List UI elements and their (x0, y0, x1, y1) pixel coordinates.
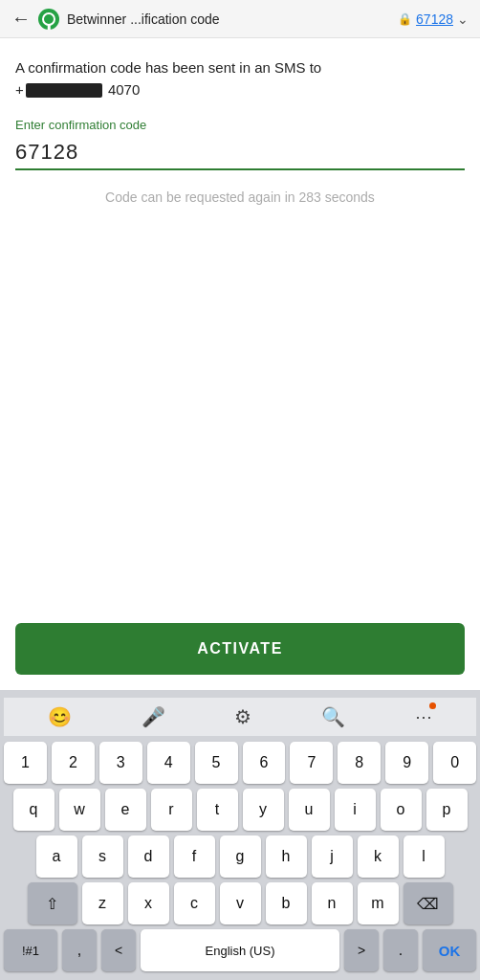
gt-key[interactable]: > (344, 929, 379, 971)
lt-key[interactable]: < (101, 929, 136, 971)
key-o[interactable]: o (381, 789, 422, 831)
key-1[interactable]: 1 (4, 742, 47, 784)
sms-info-text: A confirmation code has been sent in an … (15, 57, 465, 100)
key-b[interactable]: b (266, 882, 307, 924)
key-h[interactable]: h (266, 835, 307, 878)
phone-redacted (26, 83, 102, 98)
period-key[interactable]: . (383, 929, 418, 971)
key-4[interactable]: 4 (147, 742, 190, 784)
key-5[interactable]: 5 (195, 742, 238, 784)
key-t[interactable]: t (197, 789, 238, 831)
lock-icon: 🔒 (398, 12, 412, 26)
key-v[interactable]: v (220, 882, 261, 924)
key-9[interactable]: 9 (385, 742, 428, 784)
key-p[interactable]: p (426, 789, 468, 831)
key-d[interactable]: d (128, 835, 169, 878)
key-j[interactable]: j (312, 835, 353, 878)
key-7[interactable]: 7 (290, 742, 333, 784)
key-x[interactable]: x (128, 882, 169, 924)
key-6[interactable]: 6 (243, 742, 286, 784)
shift-key[interactable]: ⇧ (28, 882, 77, 924)
site-title-suffix: ...ification code (126, 11, 219, 27)
address-url[interactable]: 67128 (416, 11, 453, 27)
search-key[interactable]: 🔍 (321, 705, 345, 728)
key-3[interactable]: 3 (99, 742, 142, 784)
key-l[interactable]: l (404, 835, 445, 878)
key-e[interactable]: e (105, 789, 146, 831)
address-secure[interactable]: 🔒 67128 ⌄ (398, 11, 469, 27)
notification-dot (429, 702, 436, 709)
resend-text: Code can be requested again in 283 secon… (15, 189, 465, 205)
confirmation-code-group: Enter confirmation code (15, 118, 465, 170)
key-c[interactable]: c (174, 882, 215, 924)
browser-icon (38, 9, 59, 30)
key-q[interactable]: q (13, 789, 55, 831)
language-key[interactable]: English (US) (141, 929, 339, 971)
main-content: A confirmation code has been sent in an … (0, 38, 480, 608)
confirmation-code-input[interactable] (15, 136, 465, 170)
symbols-key[interactable]: !#1 (4, 929, 57, 971)
key-r[interactable]: r (151, 789, 192, 831)
address-text: Betwinner ...ification code (67, 11, 390, 27)
ok-key[interactable]: OK (423, 929, 476, 971)
key-2[interactable]: 2 (52, 742, 95, 784)
back-button[interactable]: ← (11, 8, 31, 30)
key-i[interactable]: i (335, 789, 376, 831)
zxcv-row: ⇧ z x c v b n m ⌫ (4, 882, 476, 924)
keyboard: 😊 🎤 ⚙ 🔍 ⋯ 1 2 3 4 5 6 7 8 9 0 q w e r t … (0, 690, 480, 980)
qwerty-row: q w e r t y u i o p (4, 789, 476, 831)
activate-btn-container: ACTIVATE (0, 608, 480, 690)
bottom-row: !#1 , < English (US) > . OK (4, 929, 476, 971)
key-z[interactable]: z (82, 882, 123, 924)
key-w[interactable]: w (59, 789, 100, 831)
emoji-key[interactable]: 😊 (48, 705, 72, 728)
key-k[interactable]: k (358, 835, 399, 878)
key-s[interactable]: s (82, 835, 123, 878)
key-m[interactable]: m (358, 882, 399, 924)
backspace-key[interactable]: ⌫ (404, 882, 453, 924)
asdf-row: a s d f g h j k l (4, 835, 476, 878)
key-g[interactable]: g (220, 835, 261, 878)
microphone-key[interactable]: 🎤 (142, 705, 165, 728)
key-8[interactable]: 8 (338, 742, 381, 784)
key-y[interactable]: y (243, 789, 284, 831)
key-f[interactable]: f (174, 835, 215, 878)
site-title: Betwinner (67, 11, 126, 27)
address-bar: ← Betwinner ...ification code 🔒 67128 ⌄ (0, 0, 480, 38)
key-u[interactable]: u (289, 789, 330, 831)
phone-end: 4070 (108, 81, 140, 98)
comma-key[interactable]: , (62, 929, 97, 971)
keyboard-toolbar: 😊 🎤 ⚙ 🔍 ⋯ (4, 698, 476, 736)
key-a[interactable]: a (36, 835, 77, 878)
activate-button[interactable]: ACTIVATE (15, 623, 465, 675)
chevron-down-icon[interactable]: ⌄ (457, 11, 469, 27)
key-n[interactable]: n (312, 882, 353, 924)
more-key[interactable]: ⋯ (415, 706, 432, 727)
settings-key[interactable]: ⚙ (234, 705, 251, 728)
sms-info-part1: A confirmation code has been sent in an … (15, 59, 321, 76)
key-0[interactable]: 0 (433, 742, 476, 784)
number-row: 1 2 3 4 5 6 7 8 9 0 (4, 742, 476, 784)
confirmation-code-label: Enter confirmation code (15, 118, 465, 132)
